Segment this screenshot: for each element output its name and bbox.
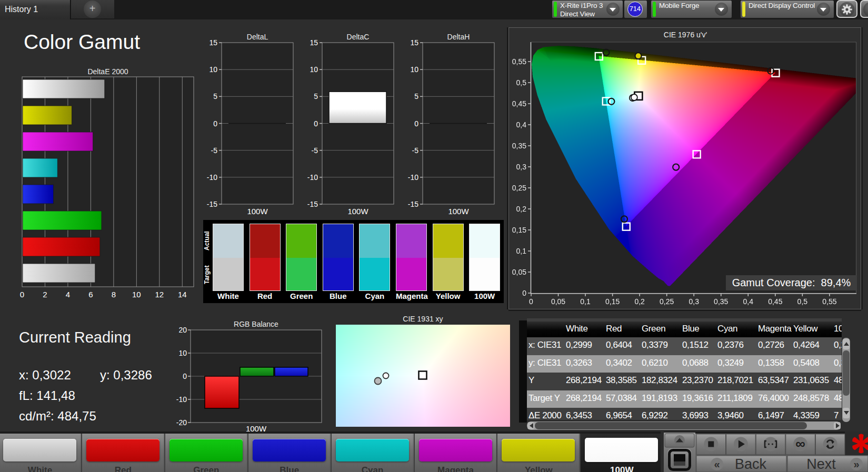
svg-text:14: 14	[178, 290, 187, 299]
svg-text:8: 8	[112, 290, 116, 299]
svg-text:0,45: 0,45	[512, 99, 526, 108]
svg-text:0,2: 0,2	[634, 297, 645, 306]
svg-text:DeltaE 2000: DeltaE 2000	[87, 67, 128, 76]
svg-text:10: 10	[178, 349, 187, 357]
svg-text:0,55: 0,55	[822, 297, 836, 306]
svg-text:0,5: 0,5	[797, 297, 808, 306]
svg-text:RGB Balance: RGB Balance	[234, 320, 278, 328]
svg-text:2: 2	[43, 290, 47, 299]
svg-text:100W: 100W	[448, 207, 469, 216]
svg-text:0,35: 0,35	[714, 297, 728, 306]
svg-text:-15: -15	[408, 200, 418, 208]
svg-text:-5: -5	[412, 146, 419, 155]
svg-text:-10: -10	[408, 173, 418, 182]
svg-text:12: 12	[155, 290, 164, 299]
svg-text:0,35: 0,35	[512, 142, 526, 150]
svg-text:0,1: 0,1	[516, 247, 527, 255]
svg-text:0,2: 0,2	[516, 205, 527, 213]
svg-text:10: 10	[132, 290, 141, 299]
svg-text:0: 0	[522, 289, 526, 297]
svg-text:5: 5	[414, 92, 418, 101]
svg-text:0: 0	[183, 372, 187, 380]
svg-text:10: 10	[310, 65, 318, 74]
svg-text:0,15: 0,15	[605, 297, 620, 306]
svg-text:5: 5	[314, 92, 318, 101]
svg-text:DeltaL: DeltaL	[247, 33, 268, 41]
svg-text:0,25: 0,25	[660, 297, 674, 306]
svg-text:0,05: 0,05	[551, 297, 565, 306]
svg-text:0,15: 0,15	[512, 226, 526, 234]
svg-text:-15: -15	[307, 200, 318, 208]
svg-text:Next: Next	[806, 456, 836, 472]
svg-text:-10: -10	[176, 395, 187, 404]
svg-text:0,3: 0,3	[516, 163, 527, 171]
svg-text:0: 0	[314, 119, 318, 128]
svg-text:20: 20	[178, 326, 187, 334]
svg-text:0,5: 0,5	[516, 78, 527, 87]
svg-text:100W: 100W	[247, 207, 268, 216]
svg-text:15: 15	[209, 38, 217, 47]
svg-text:6: 6	[88, 290, 93, 299]
svg-text:Back: Back	[735, 456, 767, 472]
svg-text:0,05: 0,05	[512, 268, 526, 276]
svg-text:0: 0	[529, 297, 533, 306]
svg-text:∞: ∞	[795, 436, 805, 451]
svg-text:0,4: 0,4	[743, 297, 754, 306]
svg-text:»: »	[853, 458, 859, 470]
svg-text:DeltaC: DeltaC	[347, 33, 370, 41]
svg-text:0,45: 0,45	[768, 297, 782, 306]
svg-text:-10: -10	[307, 173, 318, 182]
svg-text:«: «	[714, 458, 720, 470]
svg-text:0: 0	[213, 119, 217, 128]
svg-text:15: 15	[410, 38, 418, 47]
svg-text:0: 0	[414, 119, 418, 128]
svg-text:5: 5	[213, 92, 217, 101]
svg-text:-10: -10	[207, 173, 217, 182]
svg-text:-5: -5	[312, 146, 318, 155]
svg-text:-15: -15	[207, 200, 217, 208]
svg-text:-5: -5	[211, 146, 218, 155]
svg-text:15: 15	[310, 38, 318, 47]
svg-text:4: 4	[66, 290, 70, 299]
svg-text:10: 10	[209, 65, 217, 74]
svg-text:0,25: 0,25	[512, 184, 526, 192]
svg-text:0,4: 0,4	[516, 120, 527, 129]
svg-text:0: 0	[20, 290, 24, 299]
svg-text:0,55: 0,55	[512, 57, 526, 66]
svg-text:-20: -20	[176, 418, 187, 427]
svg-text:10: 10	[410, 65, 418, 74]
svg-text:100W: 100W	[347, 207, 368, 216]
svg-text:0,3: 0,3	[689, 297, 699, 306]
svg-text:DeltaH: DeltaH	[447, 33, 470, 41]
svg-text:0,1: 0,1	[580, 297, 591, 306]
